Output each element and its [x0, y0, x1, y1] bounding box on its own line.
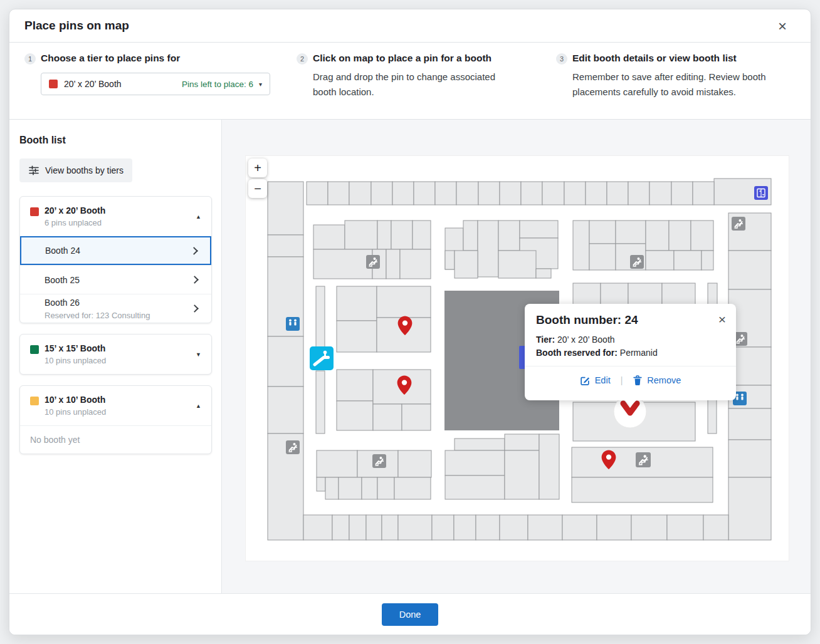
step-edit-details: 3 Edit booth details or view booth list … [556, 53, 796, 119]
tier-card-20x20: 20’ x 20’ Booth 6 pins unplaced ▲ Booth … [19, 196, 212, 323]
chevron-right-icon [191, 276, 199, 284]
chevron-down-icon: ▾ [259, 81, 262, 88]
step-choose-tier: 1 Choose a tier to place pins for 20’ x … [24, 53, 297, 119]
booth-reserved-for: Reserved for: 123 Consulting [45, 311, 150, 320]
view-booths-by-tiers-button[interactable]: View booths by tiers [19, 158, 132, 182]
exit-icon [372, 454, 386, 468]
tier-color-swatch [30, 345, 39, 354]
step-2-title: Click on map to place a pin for a booth [313, 53, 521, 64]
zoom-out-button[interactable]: − [248, 179, 267, 198]
booth-name: Booth 25 [45, 275, 80, 285]
booth-popup-tier-line: Tier: 20’ x 20’ Booth [536, 333, 725, 346]
map-pane: + − Booth number: 24 × Tier: 20’ x 20’ B… [222, 120, 811, 593]
collapse-caret-icon[interactable]: ▼ [196, 351, 201, 358]
booth-list-sidebar: Booth list View booths by tiers 20’ x 20… [9, 120, 222, 593]
collapse-caret-icon[interactable]: ▲ [196, 214, 201, 220]
exit-icon [366, 255, 380, 269]
edit-booth-button[interactable]: Edit [580, 375, 611, 386]
step-number-2: 2 [297, 53, 308, 65]
edit-label: Edit [595, 375, 611, 385]
tier-dropdown-value: 20’ x 20’ Booth [64, 79, 122, 89]
tier-header-15x15[interactable]: 15’ x 15’ Booth 10 pins unplaced ▼ [20, 335, 211, 374]
collapse-caret-icon[interactable]: ▲ [196, 403, 201, 409]
tier-pins-unplaced: 6 pins unplaced [45, 218, 105, 227]
exit-icon [630, 255, 644, 269]
step-place-pin: 2 Click on map to place a pin for a boot… [297, 53, 556, 119]
step-2-description: Drag and drop the pin to change associat… [313, 70, 521, 100]
done-button[interactable]: Done [382, 603, 438, 626]
edit-pencil-icon [580, 375, 591, 386]
tier-header-20x20[interactable]: 20’ x 20’ Booth 6 pins unplaced ▲ [20, 197, 211, 236]
tier-pins-unplaced: 10 pins unplaced [45, 356, 106, 365]
booth-name: Booth 26 [45, 298, 150, 308]
step-3-description: Remember to save after editing. Review b… [572, 70, 793, 100]
exit-icon [286, 440, 300, 454]
booth-popup-title: Booth number: 24 [536, 313, 638, 327]
exit-icon [636, 452, 651, 467]
chevron-right-icon [191, 304, 199, 313]
tier-select-dropdown[interactable]: 20’ x 20’ Booth Pins left to place: 6 ▾ [41, 73, 270, 95]
popup-separator: | [621, 375, 623, 385]
pins-left-count: Pins left to place: 6 [182, 80, 253, 89]
tier-label: 10’ x 10’ Booth [45, 395, 106, 405]
sidebar-heading: Booth list [19, 135, 212, 146]
filter-button-label: View booths by tiers [45, 165, 124, 175]
remove-label: Remove [647, 375, 681, 385]
trash-icon [633, 375, 643, 386]
steps-bar: 1 Choose a tier to place pins for 20’ x … [9, 43, 811, 120]
booth-row-25[interactable]: Booth 25 [20, 265, 211, 294]
step-number-3: 3 [556, 53, 567, 65]
zoom-in-button[interactable]: + [248, 158, 267, 177]
tier-label: 20’ x 20’ Booth [45, 205, 105, 216]
modal-footer: Done [9, 593, 811, 635]
escalator-icon [310, 346, 334, 370]
floor-plan-canvas[interactable]: + − Booth number: 24 × Tier: 20’ x 20’ B… [245, 155, 789, 561]
booth-row-26[interactable]: Booth 26 Reserved for: 123 Consulting [20, 294, 211, 323]
modal-header: Place pins on map × [9, 9, 811, 43]
tier-color-swatch [30, 397, 39, 405]
tier-header-10x10[interactable]: 10’ x 10’ Booth 10 pins unplaced ▲ [20, 386, 211, 425]
step-3-title: Edit booth details or view booth list [572, 53, 793, 64]
tier-card-15x15: 15’ x 15’ Booth 10 pins unplaced ▼ [19, 334, 212, 375]
tier-color-swatch [30, 207, 39, 216]
modal-title: Place pins on map [24, 19, 129, 33]
close-icon[interactable]: × [718, 313, 726, 326]
booth-popup: Booth number: 24 × Tier: 20’ x 20’ Booth… [525, 304, 736, 400]
booth-row-24[interactable]: Booth 24 [20, 236, 211, 265]
sliders-icon [28, 165, 39, 176]
step-number-1: 1 [24, 53, 36, 65]
map-zoom-control: + − [248, 158, 267, 198]
exit-icon [732, 217, 745, 231]
place-pins-modal: Place pins on map × 1 Choose a tier to p… [9, 9, 811, 635]
booth-popup-reserved-line: Booth reserved for: Permanid [536, 346, 725, 360]
chevron-right-icon [190, 247, 198, 255]
tier-pins-unplaced: 10 pins unplaced [45, 407, 106, 417]
close-icon[interactable]: × [773, 17, 792, 36]
no-booth-yet-label: No booth yet [20, 425, 211, 454]
tier-color-swatch [49, 80, 58, 88]
elevator-icon [754, 186, 768, 200]
tier-card-10x10: 10’ x 10’ Booth 10 pins unplaced ▲ No bo… [19, 385, 212, 454]
restroom-icon [286, 317, 300, 331]
booth-name: Booth 24 [45, 246, 80, 256]
remove-booth-button[interactable]: Remove [633, 375, 681, 386]
step-1-title: Choose a tier to place pins for [41, 53, 270, 64]
tier-label: 15’ x 15’ Booth [45, 343, 106, 353]
